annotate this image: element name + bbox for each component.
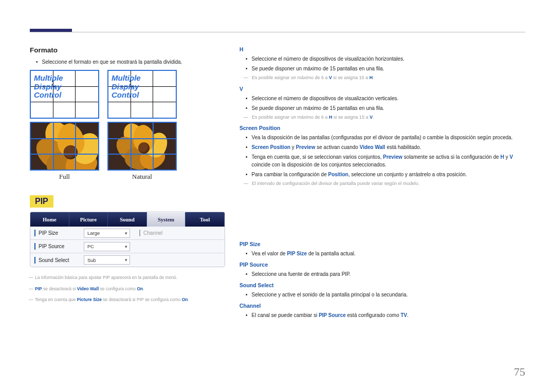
formato-bullet: • Seleccione el formato en que se mostra… xyxy=(36,58,225,66)
channel-disabled-label: Channel xyxy=(143,230,162,236)
v-bullet-1: •Seleccione el número de dispositivos de… xyxy=(246,95,525,102)
v-subnote: Es posible asignar un máximo de 6 a H si… xyxy=(252,114,525,121)
heading-screen-position: Screen Position xyxy=(239,125,525,131)
sp-bullet-1: •Vea la disposición de las pantallas (co… xyxy=(246,134,525,141)
row-accent-disabled xyxy=(139,230,140,236)
h-bullet-2: •Se puede disponer un máximo de 15 panta… xyxy=(246,65,525,72)
row-label: PIP Source xyxy=(39,244,84,249)
flower-full-image xyxy=(30,122,99,171)
pip-size-bullet: • Vea el valor de PIP Size de la pantall… xyxy=(246,250,525,257)
row-accent xyxy=(34,257,35,264)
row-pip-source: PIP Source PC xyxy=(30,240,225,253)
note-1: La información básica para ajustar PIP a… xyxy=(35,274,225,282)
mdc-text: Multiple Display Control xyxy=(34,74,63,100)
v-bullet-2: •Se puede disponer un máximo de 15 panta… xyxy=(246,104,525,112)
h-bullet-1: •Seleccione el número de dispositivos de… xyxy=(246,55,525,63)
tab-picture[interactable]: Picture xyxy=(69,212,108,227)
tab-home[interactable]: Home xyxy=(30,212,69,227)
label-full: Full xyxy=(30,173,99,181)
row-label: PIP Size xyxy=(39,230,84,236)
sp-bullet-4: • Para cambiar la configuración de Posit… xyxy=(246,171,525,178)
flower-natural-image xyxy=(107,122,177,171)
heading-sound-select: Sound Select xyxy=(239,282,525,288)
pip-size-dropdown[interactable]: Large xyxy=(84,229,130,238)
row-sound-select: Sound Select Sub xyxy=(30,253,225,267)
sound-select-bullet: •Seleccione y active el sonido de la pan… xyxy=(246,291,525,298)
header-rule xyxy=(30,32,525,32)
sp-bullet-3: • Tenga en cuenta que, si se seleccionan… xyxy=(246,153,525,169)
right-column: H •Seleccione el número de dispositivos … xyxy=(239,46,525,321)
format-full-column: Multiple Display Control Full xyxy=(30,70,99,181)
sp-bullet-2: • Screen Position y Preview se activan c… xyxy=(246,143,525,151)
sound-select-dropdown[interactable]: Sub xyxy=(84,255,130,265)
heading-pip-size: PIP Size xyxy=(239,241,525,247)
tab-tool[interactable]: Tool xyxy=(186,212,225,227)
pip-menu-screenshot: Home Picture Sound System Tool PIP Size … xyxy=(30,212,225,267)
page-number: 75 xyxy=(514,365,525,379)
channel-bullet: • El canal se puede cambiar si PIP Sourc… xyxy=(246,311,525,319)
pip-heading-badge: PIP xyxy=(30,195,53,208)
note-3: Tenga en cuenta que Picture Size se desa… xyxy=(35,296,225,304)
tab-sound[interactable]: Sound xyxy=(108,212,147,227)
bullet-dot: • xyxy=(36,58,38,66)
two-column-layout: Formato • Seleccione el formato en que s… xyxy=(30,46,525,321)
left-column: Formato • Seleccione el formato en que s… xyxy=(30,46,225,321)
heading-pip-source: PIP Source xyxy=(239,262,525,268)
pip-footnotes: La información básica para ajustar PIP a… xyxy=(30,274,225,304)
heading-v: V xyxy=(239,86,525,92)
heading-formato: Formato xyxy=(30,46,225,54)
menu-tabbar: Home Picture Sound System Tool xyxy=(30,212,225,227)
mdc-grid-natural: Multiple Display Control xyxy=(107,70,177,119)
row-label: Sound Select xyxy=(39,257,84,263)
format-natural-column: Multiple Display Control Natural xyxy=(107,70,177,181)
row-accent xyxy=(34,230,35,236)
row-accent xyxy=(34,243,35,250)
format-images-row: Multiple Display Control Full xyxy=(30,70,225,181)
h-subnote: Es posible asignar un máximo de 6 a V si… xyxy=(252,74,525,82)
pip-source-dropdown[interactable]: PC xyxy=(84,242,130,251)
heading-channel: Channel xyxy=(239,303,525,309)
tab-system[interactable]: System xyxy=(147,212,186,227)
heading-h: H xyxy=(239,46,525,52)
row-pip-size: PIP Size Large Channel xyxy=(30,227,225,240)
mdc-text: Multiple Display Control xyxy=(112,74,141,100)
pip-source-bullet: •Seleccione una fuente de entrada para P… xyxy=(246,270,525,278)
page: Formato • Seleccione el formato en que s… xyxy=(0,0,555,337)
label-natural: Natural xyxy=(107,173,177,181)
mdc-grid-full: Multiple Display Control xyxy=(30,70,99,119)
note-2: PIP se desactivará si Video Wall se conf… xyxy=(35,286,225,293)
formato-bullet-text: Seleccione el formato en que se mostrará… xyxy=(42,58,182,66)
sp-subnote: El intervalo de configuración del diviso… xyxy=(252,180,525,188)
